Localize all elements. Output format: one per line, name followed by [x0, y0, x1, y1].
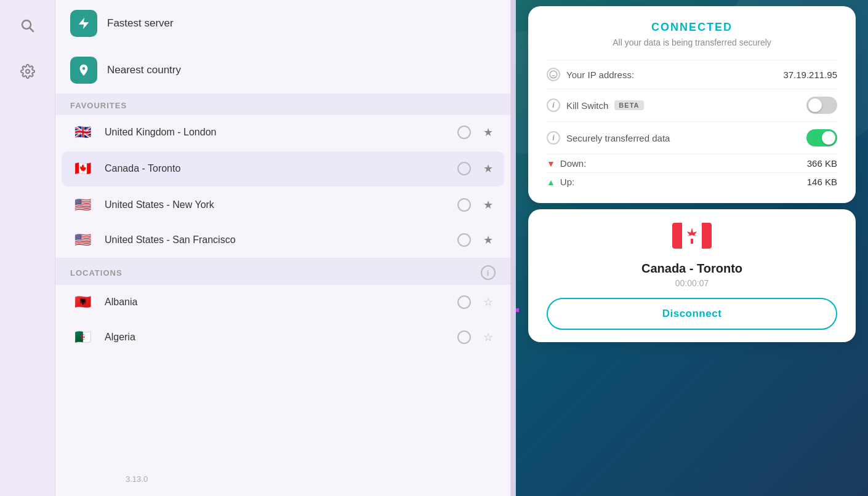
radio-algeria[interactable] [457, 330, 471, 344]
locations-info-icon[interactable]: i [481, 265, 496, 280]
radio-ca-toronto[interactable] [457, 162, 471, 175]
right-panel: CONNECTED All your data is being transfe… [516, 0, 868, 496]
connected-server-flag [672, 222, 712, 255]
server-name-uk-london: United Kingdom - London [105, 127, 448, 138]
secure-data-label: Securely transferred data [566, 133, 670, 143]
radio-uk-london[interactable] [457, 126, 471, 139]
settings-icon[interactable] [14, 58, 41, 85]
server-name-algeria: Algeria [105, 332, 448, 343]
fastest-server-item[interactable]: Fastest server [55, 0, 510, 47]
fastest-server-icon [70, 10, 97, 37]
kill-switch-beta-badge: BETA [614, 100, 643, 110]
down-label: Down: [560, 158, 587, 169]
radio-us-sf[interactable] [457, 233, 471, 247]
sidebar [0, 0, 55, 496]
server-item-albania[interactable]: 🇦🇱 Albania ☆ [55, 285, 510, 320]
flag-algeria: 🇩🇿 [70, 329, 95, 346]
svg-point-2 [26, 70, 30, 73]
flag-uk: 🇬🇧 [70, 124, 95, 141]
server-name-albania: Albania [105, 297, 448, 308]
svg-marker-3 [79, 18, 89, 29]
down-stat-row: ▼ Down: 366 KB [547, 154, 837, 172]
flag-us-sf: 🇺🇸 [70, 231, 95, 249]
radio-us-newyork[interactable] [457, 198, 471, 212]
up-value: 146 KB [807, 177, 837, 187]
up-arrow-icon: ▲ [547, 177, 555, 187]
fastest-server-label: Fastest server [107, 17, 174, 30]
connected-server-time: 00:00:07 [675, 278, 709, 288]
server-name-us-newyork: United States - New York [105, 199, 448, 210]
star-us-newyork[interactable]: ★ [481, 198, 496, 212]
favourites-header: FAVOURITES [55, 94, 510, 115]
server-item-algeria[interactable]: 🇩🇿 Algeria ☆ [55, 320, 510, 355]
up-stat-row: ▲ Up: 146 KB [547, 172, 837, 191]
down-value: 366 KB [807, 158, 837, 169]
radio-albania[interactable] [457, 295, 471, 309]
server-item-us-sf[interactable]: 🇺🇸 United States - San Francisco ★ [55, 223, 510, 258]
flag-albania: 🇦🇱 [70, 294, 95, 311]
server-connected-card: Canada - Toronto 00:00:07 Disconnect [528, 209, 856, 342]
server-item-ca-toronto[interactable]: 🇨🇦 Canada - Toronto ★ [62, 151, 504, 186]
flag-us-ny: 🇺🇸 [70, 196, 95, 214]
svg-rect-11 [691, 239, 693, 244]
star-us-sf[interactable]: ★ [481, 233, 496, 247]
search-icon[interactable] [14, 12, 41, 39]
svg-rect-9 [682, 223, 702, 249]
star-albania[interactable]: ☆ [481, 295, 496, 310]
nearest-country-item[interactable]: Nearest country [55, 47, 510, 94]
server-list: Fastest server Nearest country FAVOURITE… [55, 0, 511, 496]
up-label-group: ▲ Up: [547, 177, 574, 187]
nearest-country-label: Nearest country [107, 64, 181, 76]
server-item-uk-london[interactable]: 🇬🇧 United Kingdom - London ★ [55, 115, 510, 150]
server-item-us-newyork[interactable]: 🇺🇸 United States - New York ★ [55, 188, 510, 223]
star-algeria[interactable]: ☆ [481, 330, 496, 345]
server-name-us-sf: United States - San Francisco [105, 234, 448, 246]
disconnect-button[interactable]: Disconnect [547, 298, 837, 330]
secure-data-thumb [822, 131, 835, 145]
kill-switch-thumb [808, 98, 822, 112]
up-label: Up: [560, 177, 574, 187]
down-label-group: ▼ Down: [547, 158, 586, 169]
locations-header: LOCATIONS i [55, 258, 510, 285]
version-label: 3.13.0 [111, 468, 163, 490]
star-ca-toronto[interactable]: ★ [481, 161, 496, 176]
down-arrow-icon: ▼ [547, 159, 555, 169]
svg-line-1 [30, 28, 33, 32]
flag-canada: 🇨🇦 [70, 160, 95, 177]
connected-server-name: Canada - Toronto [641, 262, 742, 276]
star-uk-london[interactable]: ★ [481, 125, 496, 140]
secure-data-toggle[interactable] [806, 129, 837, 146]
kill-switch-toggle[interactable] [806, 97, 837, 114]
nearest-country-icon [70, 57, 97, 84]
server-name-ca-toronto: Canada - Toronto [105, 163, 448, 174]
